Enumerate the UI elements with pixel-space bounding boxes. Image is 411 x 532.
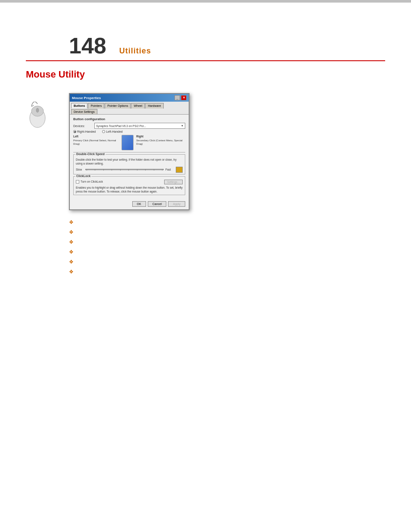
right-desc: Secondary Click (Context Menu, Special D… — [136, 139, 185, 146]
mark-4 — [112, 169, 112, 171]
devices-value: Synaptics TouchPad V6.3 on PS/2 Por... — [96, 124, 146, 128]
left-handed-option[interactable]: Left-Handed — [102, 130, 123, 133]
cancel-button[interactable]: Cancel — [148, 201, 167, 207]
diamond-icon-2: ❖ — [69, 229, 74, 235]
dialog-controls: _ ✕ — [174, 95, 187, 100]
bullets-section: ❖ ❖ ❖ ❖ ❖ ❖ — [69, 219, 385, 275]
bullet-4: ❖ — [69, 249, 385, 255]
page-number: 148 — [69, 34, 106, 57]
tab-hardware[interactable]: Hardware — [145, 103, 163, 109]
double-click-body: Double-click the folder to test your set… — [76, 158, 183, 173]
dialog-title: Mouse Properties — [72, 96, 101, 100]
mouse-icon — [26, 102, 50, 130]
mouse-thumbnail — [121, 135, 134, 150]
clicklock-desc: Enables you to highlight or drag without… — [76, 186, 183, 193]
svg-point-2 — [36, 108, 39, 112]
page-category: Utilities — [119, 47, 151, 56]
bullet-2: ❖ — [69, 229, 385, 235]
mark-9 — [154, 169, 154, 171]
right-handed-option[interactable]: Right-Handed — [73, 130, 96, 133]
mark-2 — [95, 169, 95, 171]
bullet-5: ❖ — [69, 258, 385, 265]
buttons-illustration: Left Primary Click (Normal Select, Norma… — [73, 135, 185, 150]
tab-wheel[interactable]: Wheel — [131, 103, 145, 109]
close-button[interactable]: ✕ — [181, 95, 187, 100]
test-folder-icon[interactable] — [176, 167, 183, 173]
mark-7 — [137, 169, 137, 171]
dialog-bottom: OK Cancel Apply — [70, 199, 189, 209]
dialog-titlebar: Mouse Properties _ ✕ — [70, 94, 189, 102]
dialog-tabs: Buttons Pointers Pointer Options Wheel H… — [70, 102, 189, 115]
clicklock-label: Turn on ClickLock — [81, 180, 103, 183]
slow-label: Slow — [76, 168, 84, 171]
slider-marks — [86, 169, 163, 171]
bullet-3: ❖ — [69, 239, 385, 245]
handedness-row: Right-Handed Left-Handed — [73, 130, 185, 133]
tab-pointers[interactable]: Pointers — [88, 103, 104, 109]
diamond-icon-6: ❖ — [69, 269, 74, 275]
top-border — [0, 0, 411, 3]
left-icon-col — [26, 89, 60, 275]
bullet-1: ❖ — [69, 219, 385, 225]
left-hand-info: Left Primary Click (Normal Select, Norma… — [73, 135, 119, 150]
diamond-icon-5: ❖ — [69, 259, 74, 265]
right-label: Right — [136, 135, 185, 138]
clicklock-checkbox-row: Turn on ClickLock — [76, 180, 103, 184]
dialog-content: Button configuration Devices: Synaptics … — [70, 115, 189, 199]
page-header: 148 Utilities — [26, 0, 385, 61]
mark-10 — [162, 169, 162, 171]
tab-device-settings[interactable]: Device Settings — [71, 109, 97, 114]
right-hand-info: Right Secondary Click (Context Menu, Spe… — [136, 135, 185, 150]
mark-8 — [145, 169, 146, 171]
fast-label: Fast — [165, 168, 173, 171]
mark-6 — [128, 169, 129, 171]
double-click-group: Double-Click Speed Double-click the fold… — [73, 154, 185, 174]
speed-slider[interactable] — [85, 169, 164, 170]
devices-label: Devices: — [73, 124, 93, 128]
right-handed-radio[interactable] — [73, 130, 76, 133]
diamond-icon-3: ❖ — [69, 239, 74, 245]
content-area: Mouse Properties _ ✕ Buttons Pointers Po… — [26, 89, 385, 275]
minimize-button[interactable]: _ — [174, 95, 180, 100]
devices-row: Devices: Synaptics TouchPad V6.3 on PS/2… — [73, 123, 185, 129]
bullet-6: ❖ — [69, 268, 385, 275]
mark-5 — [120, 169, 121, 171]
double-click-title: Double-Click Speed — [75, 152, 106, 156]
clicklock-checkbox[interactable] — [76, 180, 79, 184]
diamond-icon-1: ❖ — [69, 219, 74, 225]
slider-container: Slow — [76, 168, 173, 171]
clicklock-group: ClickLock Turn on ClickLock Settings... … — [73, 176, 185, 195]
tab-buttons[interactable]: Buttons — [71, 103, 87, 109]
left-label: Left — [73, 135, 119, 138]
diamond-icon-4: ❖ — [69, 249, 74, 255]
clicklock-row: Turn on ClickLock Settings... — [76, 180, 183, 184]
mark-1 — [87, 169, 87, 171]
button-config-label: Button configuration — [73, 117, 185, 121]
double-click-desc: Double-click the folder to test your set… — [76, 158, 183, 165]
clicklock-title: ClickLock — [75, 174, 91, 177]
left-desc: Primary Click (Normal Select, Normal Dra… — [73, 139, 119, 146]
clicklock-body: Turn on ClickLock Settings... Enables yo… — [76, 180, 183, 193]
left-handed-radio[interactable] — [102, 130, 105, 133]
slider-row: Slow — [76, 167, 183, 173]
clicklock-settings-button[interactable]: Settings... — [164, 180, 183, 184]
left-handed-label: Left-Handed — [106, 130, 123, 133]
right-col: Mouse Properties _ ✕ Buttons Pointers Po… — [69, 89, 385, 275]
mark-3 — [103, 169, 104, 171]
mouse-properties-dialog: Mouse Properties _ ✕ Buttons Pointers Po… — [69, 93, 190, 210]
devices-select[interactable]: Synaptics TouchPad V6.3 on PS/2 Por... ▼ — [94, 123, 185, 129]
tab-pointer-options[interactable]: Pointer Options — [105, 103, 131, 109]
right-handed-label: Right-Handed — [77, 130, 96, 133]
apply-button[interactable]: Apply — [168, 201, 185, 207]
select-arrow-icon: ▼ — [181, 124, 184, 127]
ok-button[interactable]: OK — [132, 201, 146, 207]
section-title: Mouse Utility — [26, 69, 385, 80]
